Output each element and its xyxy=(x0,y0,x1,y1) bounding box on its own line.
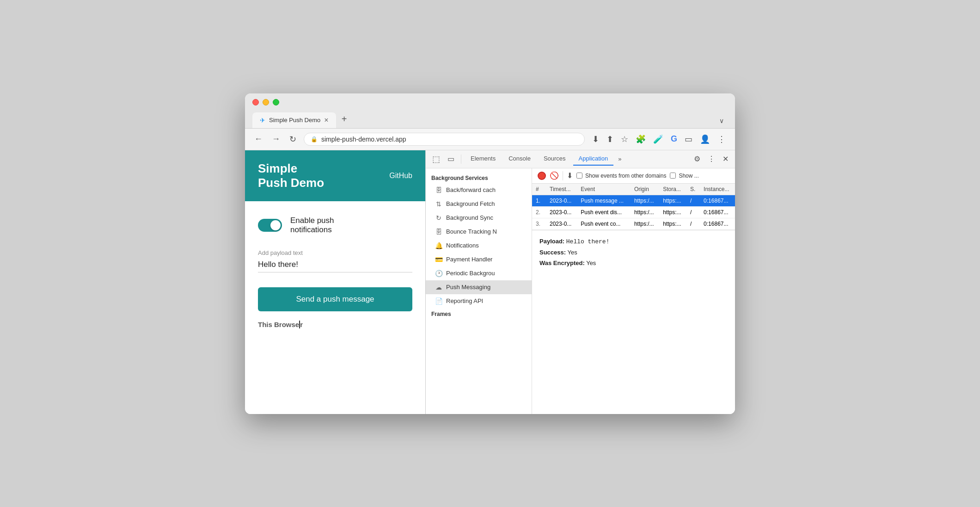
sidebar-item-push-messaging[interactable]: ☁ Push Messaging xyxy=(426,280,532,294)
success-detail-key: Success: xyxy=(539,249,566,256)
tab-elements[interactable]: Elements xyxy=(465,152,501,166)
toggle-knob xyxy=(270,220,281,230)
clear-button[interactable]: 🚫 xyxy=(550,171,559,180)
more-tabs-button[interactable]: » xyxy=(615,154,624,164)
reload-button[interactable]: ↻ xyxy=(288,132,298,146)
table-row[interactable]: 3. 2023-0... Push event co... https:/...… xyxy=(532,218,735,229)
show-other-domains-checkbox[interactable] xyxy=(576,173,582,179)
bounce-tracking-icon: 🗄 xyxy=(435,228,442,235)
payload-detail-value: Hello there! xyxy=(566,238,610,245)
encrypted-detail-key: Was Encrypted: xyxy=(539,260,585,266)
show-more-label: Show ... xyxy=(679,173,698,179)
back-button[interactable]: ← xyxy=(252,132,264,146)
tab-favicon: ✈ xyxy=(260,117,265,124)
devtools-close-button[interactable]: ✕ xyxy=(720,153,731,165)
sidebar-item-notifications[interactable]: 🔔 Notifications xyxy=(426,239,532,253)
sidebar-item-payment-handler[interactable]: 💳 Payment Handler xyxy=(426,253,532,266)
show-other-domains-label: Show events from other domains xyxy=(585,173,666,179)
sidebar-item-bounce-tracking[interactable]: 🗄 Bounce Tracking N xyxy=(426,225,532,239)
extensions-icon[interactable]: 🧩 xyxy=(634,132,648,146)
github-link[interactable]: GitHub xyxy=(389,172,412,180)
cell-origin: https:/... xyxy=(631,218,659,229)
browser-window: ✈ Simple Push Demo × + ∨ ← → ↻ 🔒 simple-… xyxy=(245,93,735,414)
toolbar-divider xyxy=(461,155,461,164)
sidebar-item-periodic-background[interactable]: 🕐 Periodic Backgrou xyxy=(426,266,532,280)
lab-icon[interactable]: 🧪 xyxy=(651,132,665,146)
cell-timestamp: 2023-0... xyxy=(546,195,577,206)
devtools-more-button[interactable]: ⋮ xyxy=(705,153,718,165)
events-table-container: # Timest... Event Origin Stora... S. Ins… xyxy=(532,184,735,230)
cell-timestamp: 2023-0... xyxy=(546,218,577,229)
cell-event: Push message ... xyxy=(577,195,631,206)
close-button[interactable] xyxy=(252,99,259,105)
google-icon[interactable]: G xyxy=(669,132,679,146)
payload-detail-key: Payload: xyxy=(539,238,564,245)
toggle-row: Enable pushnotifications xyxy=(258,216,412,235)
url-text: simple-push-demo.vercel.app xyxy=(321,136,578,143)
cell-storage: https:... xyxy=(659,206,686,218)
tab-application[interactable]: Application xyxy=(573,152,614,166)
cell-instance: 0:16867... xyxy=(700,218,735,229)
sidebar-item-label: Bounce Tracking N xyxy=(446,228,497,235)
cell-storage: https:... xyxy=(659,218,686,229)
show-more-checkbox-label[interactable]: Show ... xyxy=(670,173,698,179)
cell-num: 1. xyxy=(532,195,546,206)
cell-s: / xyxy=(686,206,700,218)
col-storage: Stora... xyxy=(659,184,686,195)
this-browser-label: This Browser xyxy=(258,321,412,328)
cell-timestamp: 2023-0... xyxy=(546,206,577,218)
send-push-button[interactable]: Send a push message xyxy=(258,287,412,311)
splitscreen-icon[interactable]: ▭ xyxy=(683,132,694,146)
minimize-button[interactable] xyxy=(263,99,269,105)
share-icon[interactable]: ⬆ xyxy=(605,132,615,146)
bookmark-icon[interactable]: ☆ xyxy=(619,132,630,146)
profile-icon[interactable]: 👤 xyxy=(698,132,712,146)
show-more-checkbox[interactable] xyxy=(670,173,676,179)
record-button[interactable] xyxy=(538,172,546,180)
traffic-lights xyxy=(252,99,728,105)
payload-input[interactable] xyxy=(258,260,412,272)
site-title: SimplePush Demo xyxy=(258,161,324,190)
devtools-main-panel: 🚫 ⬇ Show events from other domains Show … xyxy=(532,168,735,414)
sidebar-item-label: Push Messaging xyxy=(446,284,490,291)
devtools-body: Background Services 🗄 Back/forward cach … xyxy=(426,168,735,414)
cell-event: Push event co... xyxy=(577,218,631,229)
site-body: Enable pushnotifications Add payload tex… xyxy=(245,201,425,414)
encrypted-detail-row: Was Encrypted: Yes xyxy=(539,260,728,266)
download-icon[interactable]: ⬇ xyxy=(590,132,601,146)
export-button[interactable]: ⬇ xyxy=(567,171,573,180)
sidebar-item-background-sync[interactable]: ↻ Background Sync xyxy=(426,211,532,225)
forward-button[interactable]: → xyxy=(270,132,282,146)
devtools-inspect-icon[interactable]: ⬚ xyxy=(429,152,443,166)
payload-label: Add payload text xyxy=(258,249,412,256)
payment-handler-icon: 💳 xyxy=(435,256,442,263)
nav-bar: ← → ↻ 🔒 simple-push-demo.vercel.app ⬇ ⬆ … xyxy=(245,129,735,150)
devtools-device-icon[interactable]: ▭ xyxy=(445,153,457,165)
tab-expand-button[interactable]: ∨ xyxy=(716,113,728,128)
browser-menu-button[interactable]: ⋮ xyxy=(716,132,728,146)
col-timestamp: Timest... xyxy=(546,184,577,195)
cell-num: 3. xyxy=(532,218,546,229)
cell-origin: https:/... xyxy=(631,195,659,206)
devtools-panel: ⬚ ▭ Elements Console Sources Application… xyxy=(425,150,735,414)
table-row[interactable]: 2. 2023-0... Push event dis... https:/..… xyxy=(532,206,735,218)
sidebar-item-back-forward[interactable]: 🗄 Back/forward cach xyxy=(426,183,532,197)
notifications-icon: 🔔 xyxy=(435,242,442,249)
new-tab-button[interactable]: + xyxy=(338,110,351,128)
sidebar-item-reporting-api[interactable]: 📄 Reporting API xyxy=(426,294,532,308)
cell-instance: 0:16867... xyxy=(700,195,735,206)
maximize-button[interactable] xyxy=(273,99,279,105)
address-bar[interactable]: 🔒 simple-push-demo.vercel.app xyxy=(304,133,585,146)
tab-sources[interactable]: Sources xyxy=(538,152,571,166)
push-notifications-toggle[interactable] xyxy=(258,219,282,232)
tab-console[interactable]: Console xyxy=(503,152,536,166)
nav-actions: ⬇ ⬆ ☆ 🧩 🧪 G ▭ 👤 ⋮ xyxy=(590,132,728,146)
show-other-domains-checkbox-label[interactable]: Show events from other domains xyxy=(576,173,666,179)
table-row[interactable]: 1. 2023-0... Push message ... https:/...… xyxy=(532,195,735,206)
devtools-settings-button[interactable]: ⚙ xyxy=(691,153,703,165)
sidebar-item-background-fetch[interactable]: ⇅ Background Fetch xyxy=(426,197,532,211)
active-tab[interactable]: ✈ Simple Push Demo × xyxy=(252,112,336,128)
frames-section-header: Frames xyxy=(426,308,532,319)
tab-close-button[interactable]: × xyxy=(324,116,328,124)
site-header: SimplePush Demo GitHub xyxy=(245,150,425,201)
